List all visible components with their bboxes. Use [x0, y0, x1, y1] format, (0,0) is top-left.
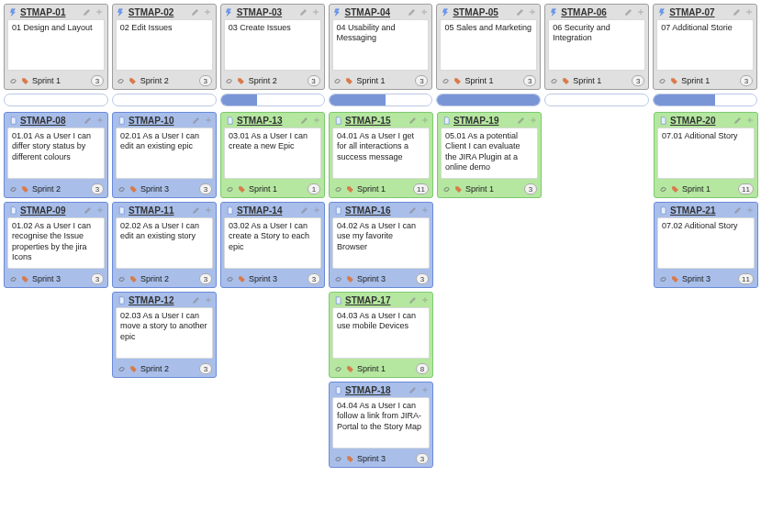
epic-type-icon [332, 6, 343, 17]
edit-icon[interactable] [733, 205, 743, 216]
story-row: STMAP-1804.04 As a User I can follow a l… [4, 382, 757, 468]
story-card[interactable]: STMAP-0901.02 As a User I can recognise … [4, 202, 108, 288]
story-type-icon [332, 294, 343, 305]
edit-icon[interactable] [408, 116, 418, 126]
edit-icon[interactable] [299, 116, 309, 126]
story-card[interactable]: STMAP-0801.01 As a User I can differ sto… [4, 112, 108, 198]
issue-key-link[interactable]: STMAP-11 [129, 205, 189, 216]
epic-type-icon [7, 6, 18, 17]
issue-key-link[interactable]: STMAP-03 [237, 7, 297, 17]
story-card[interactable]: STMAP-1905.01 As a potential Client I ca… [437, 112, 542, 198]
issue-key-link[interactable]: STMAP-10 [129, 116, 189, 126]
story-card[interactable]: STMAP-2107.02 Aditional StorySprint 311 [654, 202, 758, 288]
story-card[interactable]: STMAP-1202.03 As a User I can move a sto… [112, 292, 217, 378]
edit-icon[interactable] [623, 7, 633, 17]
count-badge: 11 [738, 183, 754, 194]
add-icon[interactable] [635, 7, 645, 17]
count-badge: 3 [632, 75, 644, 86]
add-icon[interactable] [420, 205, 430, 216]
story-card[interactable]: STMAP-2007.01 Aditional StorySprint 111 [654, 112, 758, 198]
issue-key-link[interactable]: STMAP-01 [20, 7, 81, 17]
link-icon [117, 76, 126, 85]
epic-card[interactable]: STMAP-0505 Sales and MarketingSprint 13 [436, 4, 541, 90]
issue-key-link[interactable]: STMAP-07 [669, 7, 730, 17]
issue-key-link[interactable]: STMAP-13 [237, 116, 297, 126]
issue-key-link[interactable]: STMAP-09 [20, 205, 81, 216]
story-card[interactable]: STMAP-1002.01 As a User I can edit an ex… [112, 112, 217, 198]
epic-card[interactable]: STMAP-0707 Additional StorieSprint 13 [653, 4, 757, 90]
issue-key-link[interactable]: STMAP-12 [129, 295, 189, 305]
add-icon[interactable] [203, 295, 213, 305]
edit-icon[interactable] [408, 205, 418, 216]
story-card[interactable]: STMAP-1604.02 As a User I can use my fav… [329, 202, 433, 288]
issue-key-link[interactable]: STMAP-05 [453, 7, 513, 17]
edit-icon[interactable] [732, 7, 742, 17]
add-icon[interactable] [311, 205, 321, 216]
add-icon[interactable] [311, 7, 321, 17]
add-icon[interactable] [95, 116, 105, 126]
edit-icon[interactable] [83, 205, 93, 216]
epic-card[interactable]: STMAP-0303 Create IssuesSprint 23 [220, 4, 325, 90]
edit-icon[interactable] [299, 7, 309, 17]
issue-key-link[interactable]: STMAP-19 [453, 116, 514, 126]
edit-icon[interactable] [515, 7, 525, 17]
issue-key-link[interactable]: STMAP-02 [129, 7, 189, 17]
add-icon[interactable] [744, 116, 755, 126]
sprint-label: Sprint 3 [32, 274, 88, 283]
issue-key-link[interactable]: STMAP-17 [345, 295, 406, 305]
story-card[interactable]: STMAP-1504.01 As a User I get for all in… [329, 112, 433, 198]
epic-card[interactable]: STMAP-0404 Usability and MessagingSprint… [329, 4, 433, 90]
issue-key-link[interactable]: STMAP-04 [345, 7, 406, 17]
issue-key-link[interactable]: STMAP-06 [561, 7, 621, 17]
edit-icon[interactable] [733, 116, 743, 126]
issue-key-link[interactable]: STMAP-18 [345, 385, 406, 395]
story-card[interactable]: STMAP-1804.04 As a User I can follow a l… [329, 382, 433, 468]
edit-icon[interactable] [83, 116, 93, 126]
story-type-icon [332, 115, 343, 126]
sprint-label: Sprint 1 [681, 76, 737, 85]
add-icon[interactable] [95, 205, 105, 216]
add-icon[interactable] [203, 116, 213, 126]
add-icon[interactable] [420, 116, 430, 126]
epic-card[interactable]: STMAP-0101 Design and LayoutSprint 13 [4, 4, 108, 90]
issue-key-link[interactable]: STMAP-21 [670, 205, 731, 216]
epic-type-icon [440, 6, 451, 17]
add-icon[interactable] [203, 205, 213, 216]
edit-icon[interactable] [408, 295, 418, 305]
issue-key-link[interactable]: STMAP-14 [237, 205, 297, 216]
story-card[interactable]: STMAP-1303.01 As a User I can create a n… [220, 112, 325, 198]
story-map-board: STMAP-0101 Design and LayoutSprint 13STM… [4, 4, 757, 468]
edit-icon[interactable] [191, 116, 201, 126]
count-badge: 3 [416, 453, 429, 464]
add-icon[interactable] [311, 116, 321, 126]
add-icon[interactable] [744, 205, 755, 216]
epic-card[interactable]: STMAP-0202 Edit IssuesSprint 23 [112, 4, 217, 90]
edit-icon[interactable] [191, 205, 201, 216]
edit-icon[interactable] [191, 295, 201, 305]
edit-icon[interactable] [83, 7, 93, 17]
add-icon[interactable] [528, 116, 538, 126]
add-icon[interactable] [203, 7, 213, 17]
progress-bar [544, 94, 649, 106]
issue-key-link[interactable]: STMAP-08 [20, 116, 81, 126]
edit-icon[interactable] [299, 205, 309, 216]
story-cell: STMAP-1002.01 As a User I can edit an ex… [112, 112, 217, 198]
add-icon[interactable] [420, 385, 430, 395]
issue-key-link[interactable]: STMAP-20 [670, 116, 731, 126]
add-icon[interactable] [419, 7, 429, 17]
edit-icon[interactable] [407, 7, 417, 17]
story-cell [654, 292, 758, 378]
add-icon[interactable] [420, 295, 430, 305]
add-icon[interactable] [95, 7, 105, 17]
add-icon[interactable] [527, 7, 537, 17]
issue-key-link[interactable]: STMAP-16 [345, 205, 406, 216]
story-card[interactable]: STMAP-1704.03 As a User I can use mobile… [329, 292, 433, 378]
story-card[interactable]: STMAP-1403.02 As a User I can create a S… [220, 202, 325, 288]
story-card[interactable]: STMAP-1102.02 As a User I can edit an ex… [112, 202, 217, 288]
edit-icon[interactable] [191, 7, 201, 17]
issue-key-link[interactable]: STMAP-15 [345, 116, 406, 126]
add-icon[interactable] [744, 7, 754, 17]
epic-card[interactable]: STMAP-0606 Security and IntegrationSprin… [544, 4, 649, 90]
edit-icon[interactable] [408, 385, 418, 395]
edit-icon[interactable] [516, 116, 526, 126]
